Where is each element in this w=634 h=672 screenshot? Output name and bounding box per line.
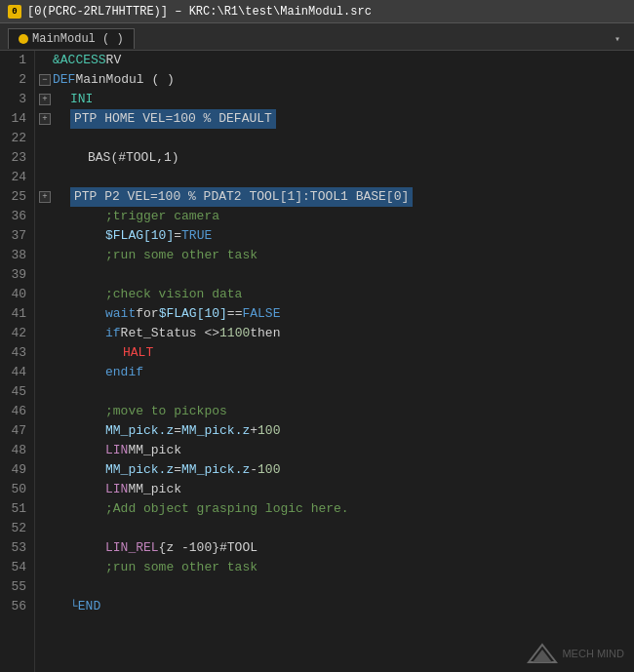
token: PTP HOME VEL=100 % DEFAULT xyxy=(70,109,276,129)
token: DEF xyxy=(53,70,75,90)
active-tab[interactable]: MainModul ( ) xyxy=(8,28,135,49)
token: Ret_Status <> xyxy=(121,324,219,343)
code-line: +PTP HOME VEL=100 % DEFAULT xyxy=(39,109,634,129)
token: + xyxy=(250,421,258,441)
token: MM_pick xyxy=(128,480,181,499)
token: ;run some other task xyxy=(105,558,258,577)
code-line: ;run some other task xyxy=(39,558,634,577)
code-line: └END xyxy=(39,597,634,616)
code-line: LIN MM_pick xyxy=(39,480,634,499)
token: = xyxy=(174,460,181,480)
token: &ACCESS xyxy=(53,51,106,70)
line-number: 45 xyxy=(8,382,26,402)
code-area[interactable]: &ACCESS RV−DEF MainModul ( )+INI+PTP HOM… xyxy=(35,51,634,672)
line-number: 36 xyxy=(8,207,26,226)
token: 100 xyxy=(258,421,280,441)
fold-expand-btn[interactable]: + xyxy=(39,191,51,203)
code-line: +PTP P2 VEL=100 % PDAT2 TOOL[1]:TOOL1 BA… xyxy=(39,187,634,207)
fold-collapse-btn[interactable]: − xyxy=(39,74,51,86)
token: {z -100}#TOOL xyxy=(159,538,258,558)
line-number: 55 xyxy=(8,577,26,597)
code-line: ;check vision data xyxy=(39,285,634,304)
code-line: MM_pick.z=MM_pick.z+100 xyxy=(39,421,634,441)
token: MM_pick xyxy=(128,441,181,460)
line-number: 40 xyxy=(8,285,26,304)
token: RV xyxy=(106,51,122,70)
token: $FLAG[10] xyxy=(105,226,174,246)
code-line: MM_pick.z=MM_pick.z-100 xyxy=(39,460,634,480)
token: MM_pick.z xyxy=(105,460,174,480)
code-line xyxy=(39,129,634,148)
line-number: 46 xyxy=(8,402,26,421)
code-line: wait for $FLAG[10] == FALSE xyxy=(39,304,634,324)
token: MM_pick.z xyxy=(105,421,174,441)
token: if xyxy=(105,324,121,343)
tab-dropdown-btn[interactable]: ▾ xyxy=(609,31,626,47)
code-line: LIN_REL {z -100}#TOOL xyxy=(39,538,634,558)
line-number: 44 xyxy=(8,363,26,382)
token: PTP P2 VEL=100 % PDAT2 TOOL[1]:TOOL1 BAS… xyxy=(70,187,413,207)
line-number: 43 xyxy=(8,343,26,363)
code-line xyxy=(39,577,634,597)
token: ;check vision data xyxy=(105,285,242,304)
line-number: 38 xyxy=(8,246,26,265)
code-line: $FLAG[10]=TRUE xyxy=(39,226,634,246)
line-number: 23 xyxy=(8,148,26,168)
token: ;run some other task xyxy=(105,246,258,265)
line-number: 22 xyxy=(8,129,26,148)
token: BAS(#TOOL,1) xyxy=(88,148,179,168)
fold-expand-btn[interactable]: + xyxy=(39,113,51,125)
line-numbers: 1231422232425363738394041424344454647484… xyxy=(0,51,35,672)
line-number: 3 xyxy=(8,90,26,109)
code-line xyxy=(39,265,634,285)
code-line: BAS(#TOOL,1) xyxy=(39,148,634,168)
token: == xyxy=(227,304,243,324)
code-line: LIN MM_pick xyxy=(39,441,634,460)
token: for xyxy=(136,304,158,324)
line-number: 47 xyxy=(8,421,26,441)
token: INI xyxy=(70,90,93,109)
tab-label: MainModul ( ) xyxy=(32,32,124,46)
fold-expand-btn[interactable]: + xyxy=(39,94,51,105)
code-line: if Ret_Status <> 1100 then xyxy=(39,324,634,343)
title-bar-text: [0(PCRC-2RL7HHTTRE)] – KRC:\R1\test\Main… xyxy=(27,5,372,19)
token: 1100 xyxy=(219,324,250,343)
token: ;trigger camera xyxy=(105,207,219,226)
watermark: MECH MIND xyxy=(527,643,624,664)
token: LIN xyxy=(105,480,128,499)
code-line: ;run some other task xyxy=(39,246,634,265)
line-number: 2 xyxy=(8,70,26,90)
line-number: 54 xyxy=(8,558,26,577)
token: MM_pick.z xyxy=(181,460,250,480)
editor: 1231422232425363738394041424344454647484… xyxy=(0,51,634,672)
code-line: HALT xyxy=(39,343,634,363)
tab-icon xyxy=(19,34,28,44)
line-number: 56 xyxy=(8,597,26,616)
token: ;move to pickpos xyxy=(105,402,227,421)
token: MainModul ( ) xyxy=(75,70,174,90)
line-number: 50 xyxy=(8,480,26,499)
token: then xyxy=(250,324,280,343)
line-number: 25 xyxy=(8,187,26,207)
code-line: ;move to pickpos xyxy=(39,402,634,421)
code-line xyxy=(39,382,634,402)
code-line: &ACCESS RV xyxy=(39,51,634,70)
title-bar-icon: 0 xyxy=(8,5,21,19)
code-line: endif xyxy=(39,363,634,382)
code-line: ;Add object grasping logic here. xyxy=(39,499,634,519)
token: HALT xyxy=(123,343,153,363)
token: 100 xyxy=(258,460,280,480)
token: MM_pick.z xyxy=(181,421,250,441)
line-number: 48 xyxy=(8,441,26,460)
line-number: 39 xyxy=(8,265,26,285)
line-number: 37 xyxy=(8,226,26,246)
line-number: 14 xyxy=(8,109,26,129)
token: $FLAG[10] xyxy=(159,304,227,324)
title-bar: 0 [0(PCRC-2RL7HHTTRE)] – KRC:\R1\test\Ma… xyxy=(0,0,634,23)
token: = xyxy=(174,421,181,441)
line-number: 51 xyxy=(8,499,26,519)
token: FALSE xyxy=(242,304,280,324)
line-number: 53 xyxy=(8,538,26,558)
svg-marker-1 xyxy=(533,650,552,662)
token: ;Add object grasping logic here. xyxy=(105,499,349,519)
